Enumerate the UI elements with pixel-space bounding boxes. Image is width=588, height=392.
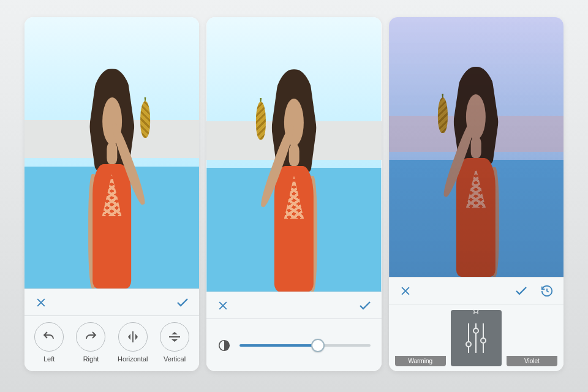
tool-label: Horizontal: [118, 355, 148, 363]
rotate-left-button[interactable]: Left: [30, 322, 68, 363]
check-icon[interactable]: [357, 298, 373, 314]
filter-warming[interactable]: Warming: [395, 310, 446, 366]
svg-point-2: [466, 342, 471, 347]
check-icon[interactable]: [175, 295, 190, 311]
filter-label: Warming: [395, 356, 446, 366]
screen-adjust: [206, 17, 381, 371]
flip-v-icon: [160, 322, 189, 352]
redo-icon: [76, 322, 105, 352]
preview-image[interactable]: [206, 17, 381, 292]
filter-adjust-tile[interactable]: [451, 310, 502, 366]
action-bar: [206, 292, 381, 318]
slider-knob[interactable]: [311, 339, 325, 352]
flip-horizontal-button[interactable]: Horizontal: [114, 322, 152, 363]
filter-violet[interactable]: Violet: [507, 310, 557, 366]
filter-label: Violet: [507, 356, 557, 366]
preview-image[interactable]: [24, 17, 199, 288]
close-icon[interactable]: [33, 295, 49, 311]
screen-filters: Warming Violet: [389, 17, 564, 371]
filter-strip[interactable]: Warming Violet: [389, 304, 564, 371]
contrast-icon[interactable]: [217, 339, 231, 352]
intensity-slider[interactable]: [239, 344, 370, 347]
history-icon[interactable]: [539, 283, 555, 299]
flip-vertical-button[interactable]: Vertical: [156, 322, 194, 363]
tool-label: Left: [43, 355, 55, 363]
undo-icon: [34, 322, 64, 352]
action-bar: [389, 277, 564, 304]
action-bar: [24, 288, 199, 315]
rotate-toolbar: Left Right Horizontal Vertical: [24, 315, 199, 371]
flip-h-icon: [118, 322, 148, 352]
rotate-right-button[interactable]: Right: [72, 322, 110, 363]
screen-rotate: Left Right Horizontal Vertical: [24, 17, 199, 371]
star-icon: [471, 310, 481, 315]
check-icon[interactable]: [513, 283, 529, 299]
tool-label: Vertical: [164, 355, 186, 363]
close-icon[interactable]: [215, 298, 231, 314]
sliders-icon: [462, 320, 489, 356]
adjust-slider-row: [206, 318, 381, 371]
close-icon[interactable]: [398, 283, 413, 299]
svg-point-4: [473, 328, 478, 333]
svg-point-6: [481, 338, 486, 343]
preview-image[interactable]: [389, 17, 564, 277]
tool-label: Right: [83, 355, 99, 363]
